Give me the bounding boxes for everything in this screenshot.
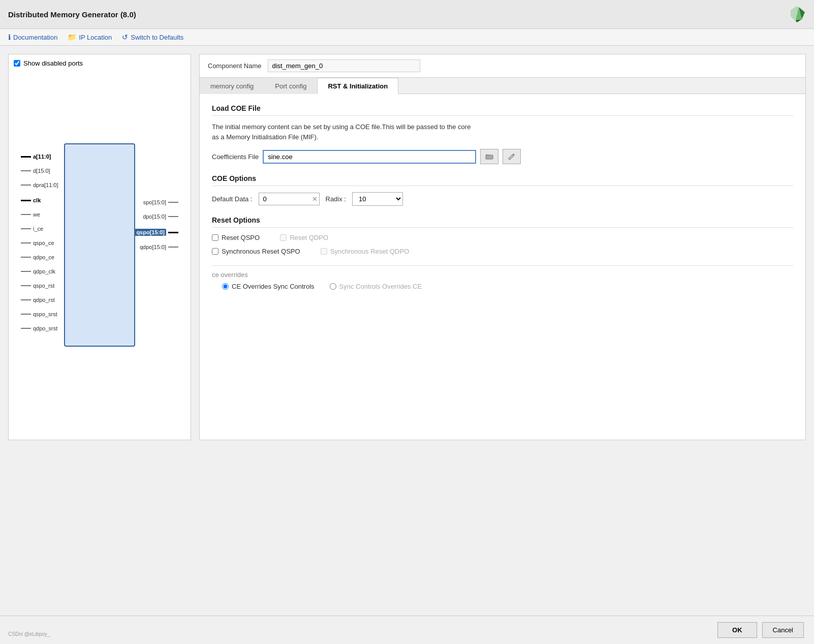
- component-name-label: Component Name: [208, 62, 262, 70]
- ce-overrides-sync-label: CE Overrides Sync Controls: [232, 283, 315, 290]
- port-i-ce: i_ce: [21, 226, 43, 232]
- port-qdpo-ce-label: qdpo_ce: [33, 254, 54, 260]
- browse-file-button[interactable]: [480, 149, 498, 164]
- reset-qspo-checkbox[interactable]: [212, 234, 218, 241]
- reset-options-section: Reset Options Reset QSPO Reset QDPO: [212, 216, 793, 255]
- left-panel: Show disabled ports a[11:0] d[: [8, 54, 191, 440]
- port-dpo: dpo[15:0]: [143, 213, 178, 220]
- port-qdpo: qdpo[15:0]: [140, 244, 178, 250]
- watermark: CSDni @eLibpoy_: [8, 631, 50, 637]
- port-qspo-rst: qspo_rst: [21, 283, 54, 289]
- info-icon: ℹ: [8, 33, 11, 41]
- tab-rst-init[interactable]: RST & Initialization: [317, 78, 398, 94]
- ok-button[interactable]: OK: [717, 622, 757, 638]
- load-coe-desc: The initial memory content can be set by…: [212, 122, 793, 142]
- refresh-icon: ↺: [122, 33, 128, 41]
- tabs-bar: memory config Port config RST & Initiali…: [200, 78, 805, 94]
- tab-content-rst-init: Load COE File The initial memory content…: [200, 94, 805, 300]
- ce-overrides-label: ce overrides: [212, 265, 793, 279]
- port-qspo-rst-label: qspo_rst: [33, 283, 54, 289]
- svg-rect-5: [486, 155, 493, 159]
- ce-overrides-sync-radio[interactable]: [222, 283, 229, 290]
- documentation-label: Documentation: [13, 34, 57, 41]
- cancel-button[interactable]: Cancel: [762, 622, 804, 638]
- coe-options-row: Default Data : ✕ Radix : 10 2 16: [212, 192, 793, 206]
- show-disabled-checkbox[interactable]: [14, 60, 20, 67]
- ce-overrides-radio-row: CE Overrides Sync Controls Sync Controls…: [212, 283, 793, 290]
- port-spo-label: spo[15:0]: [143, 199, 166, 205]
- edit-icon: [508, 152, 516, 161]
- default-data-label: Default Data :: [212, 195, 253, 203]
- component-name-row: Component Name: [200, 54, 805, 78]
- port-qspo-ce: qspo_ce: [21, 240, 54, 246]
- edit-file-button[interactable]: [503, 149, 521, 164]
- port-qspo: qspo[15:0]: [135, 229, 178, 236]
- port-clk: clk: [21, 197, 41, 203]
- ip-location-button[interactable]: 📁 IP Location: [68, 33, 112, 41]
- sync-reset-qdpo-label: Synchronous Reset QDPO: [330, 248, 409, 255]
- folder-icon: 📁: [68, 33, 76, 41]
- folder-open-icon: [485, 152, 493, 161]
- switch-defaults-label: Switch to Defaults: [131, 34, 183, 41]
- sync-reset-qspo-item: Synchronous Reset QSPO: [212, 248, 300, 255]
- port-qdpo-clk: qdpo_clk: [21, 268, 55, 274]
- coeff-label: Coefficients File: [212, 153, 259, 161]
- port-qdpo-srst-label: qdpo_srst: [33, 325, 57, 331]
- port-spo: spo[15:0]: [143, 199, 178, 205]
- coe-options-title: COE Options: [212, 174, 793, 186]
- port-qdpo-srst: qdpo_srst: [21, 325, 57, 331]
- port-qspo-ce-label: qspo_ce: [33, 240, 54, 246]
- default-data-wrapper: ✕: [259, 193, 320, 205]
- default-data-input[interactable]: [259, 193, 320, 205]
- port-qdpo-rst-label: qdpo_rst: [33, 297, 55, 303]
- reset-qdpo-item: Reset QDPO: [280, 234, 328, 241]
- default-data-clear-button[interactable]: ✕: [312, 195, 318, 203]
- coeff-file-input[interactable]: [263, 150, 476, 164]
- port-qdpo-clk-label: qdpo_clk: [33, 268, 55, 274]
- sync-overrides-ce-radio[interactable]: [330, 283, 336, 290]
- sync-reset-qdpo-item: Synchronous Reset QDPO: [321, 248, 409, 255]
- radix-label: Radix :: [326, 195, 346, 203]
- title-bar: Distributed Memory Generator (8.0): [0, 0, 814, 29]
- port-dpra: dpra[11:0]: [21, 182, 58, 188]
- sync-reset-qspo-label: Synchronous Reset QSPO: [222, 248, 300, 255]
- sync-reset-qspo-checkbox[interactable]: [212, 248, 218, 255]
- reset-row-1: Reset QSPO Reset QDPO: [212, 234, 793, 241]
- port-qdpo-label: qdpo[15:0]: [140, 244, 166, 250]
- coe-options-section: COE Options Default Data : ✕ Radix : 10 …: [212, 174, 793, 206]
- port-dpo-label: dpo[15:0]: [143, 213, 166, 220]
- tab-port-config[interactable]: Port config: [264, 78, 317, 94]
- reset-options-title: Reset Options: [212, 216, 793, 228]
- port-a: a[11:0]: [21, 154, 51, 160]
- port-qdpo-ce: qdpo_ce: [21, 254, 54, 260]
- documentation-button[interactable]: ℹ Documentation: [8, 33, 57, 41]
- port-we: we: [21, 211, 40, 218]
- reset-qspo-item: Reset QSPO: [212, 234, 260, 241]
- ce-overrides-section: ce overrides CE Overrides Sync Controls …: [212, 265, 793, 290]
- sync-reset-qdpo-checkbox[interactable]: [321, 248, 327, 255]
- component-box: [64, 143, 135, 347]
- window-title: Distributed Memory Generator (8.0): [8, 10, 136, 19]
- switch-defaults-button[interactable]: ↺ Switch to Defaults: [122, 33, 183, 41]
- port-qspo-srst: qspo_srst: [21, 311, 57, 317]
- logo-icon: [788, 5, 806, 23]
- reset-qdpo-checkbox[interactable]: [280, 234, 287, 241]
- right-panel: Component Name memory config Port config…: [199, 54, 806, 440]
- port-qspo-label: qspo[15:0]: [135, 229, 166, 236]
- content-area: Show disabled ports a[11:0] d[: [0, 46, 814, 448]
- port-d: d[15:0]: [21, 168, 50, 174]
- component-name-input[interactable]: [268, 59, 420, 72]
- port-qspo-srst-label: qspo_srst: [33, 311, 57, 317]
- reset-qdpo-label: Reset QDPO: [290, 234, 328, 241]
- tab-memory-config[interactable]: memory config: [200, 78, 264, 94]
- ip-location-label: IP Location: [79, 34, 112, 41]
- show-disabled-row: Show disabled ports: [14, 59, 185, 67]
- radix-select[interactable]: 10 2 16: [352, 192, 403, 206]
- coeff-row: Coefficients File: [212, 149, 793, 164]
- port-we-label: we: [33, 211, 40, 218]
- port-a-label: a[11:0]: [33, 154, 51, 160]
- port-clk-label: clk: [33, 197, 41, 203]
- sync-overrides-ce-item: Sync Controls Overrides CE: [330, 283, 422, 290]
- load-coe-title: Load COE File: [212, 104, 793, 116]
- port-dpra-label: dpra[11:0]: [33, 182, 58, 188]
